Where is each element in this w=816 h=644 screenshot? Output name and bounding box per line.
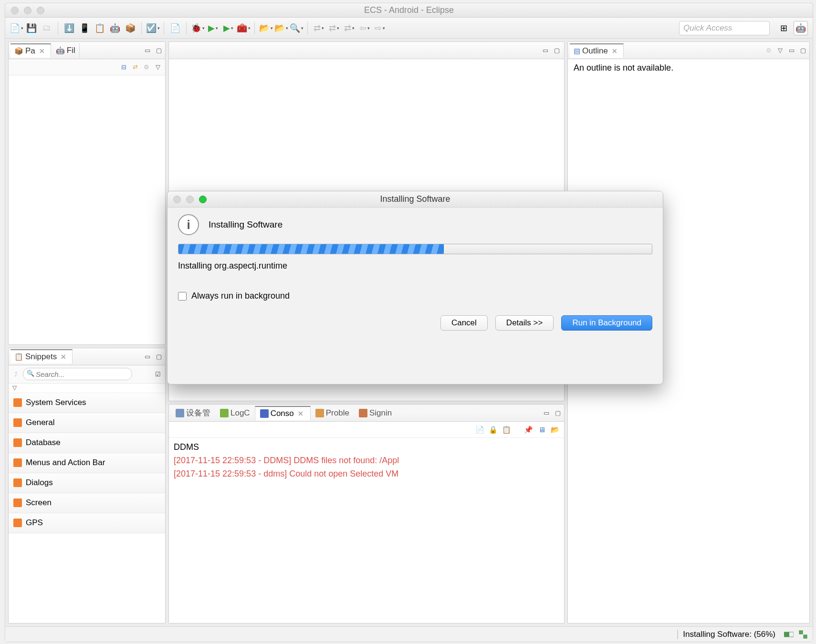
folder-icon [13, 458, 22, 467]
tab-close-icon[interactable]: ✕ [296, 410, 305, 417]
cancel-button[interactable]: Cancel [440, 315, 488, 331]
external-tools-icon[interactable]: 🧰 [237, 22, 250, 34]
tab-problems[interactable]: Proble [311, 406, 354, 420]
android-icon[interactable]: 🤖 [109, 22, 121, 34]
pin-icon[interactable]: 📌 [523, 425, 534, 435]
snippet-category[interactable]: Database [9, 433, 165, 453]
link-icon[interactable]: ⇄ [131, 63, 139, 72]
dialog-titlebar: Installing Software [167, 191, 663, 208]
open-type-icon[interactable]: 📂 [260, 22, 272, 34]
checkbox-input[interactable] [178, 292, 187, 301]
sdk-manager-icon[interactable]: ⬇️ [63, 22, 75, 34]
back-icon[interactable]: ⇦ [358, 22, 371, 34]
lock-icon[interactable]: 🔒 [488, 425, 498, 435]
maximize-icon[interactable]: ▢ [799, 46, 807, 55]
progress-bar-icon[interactable] [784, 630, 794, 639]
new-package-icon[interactable]: 📄 [169, 22, 181, 34]
tab-close-icon[interactable]: ✕ [37, 47, 47, 55]
tab-logcat[interactable]: LogC [215, 406, 255, 420]
tab-close-icon[interactable]: ✕ [59, 353, 68, 361]
progress-fill [178, 244, 444, 254]
check-icon[interactable]: ☑ [154, 370, 162, 378]
console-body[interactable]: DDMS [2017-11-15 22:59:53 - DDMS] DDMS f… [169, 438, 564, 623]
maximize-icon[interactable]: ▢ [155, 46, 163, 55]
tab-package-explorer[interactable]: 📦 Pa ✕ [10, 43, 51, 58]
pane-controls: ▭ ▢ [143, 46, 163, 55]
details-button[interactable]: Details >> [495, 315, 554, 331]
package-explorer-body [9, 75, 165, 344]
forward-icon[interactable]: ⇨ [374, 22, 386, 34]
snippet-category[interactable]: General [9, 413, 165, 433]
android-project-icon[interactable]: 📦 [124, 22, 136, 34]
chevron-down-icon[interactable]: ▽ [9, 384, 165, 393]
run-last-icon[interactable]: ▶ [222, 22, 234, 34]
separator [141, 22, 142, 34]
tab-close-icon[interactable]: ✕ [610, 47, 619, 55]
new-console-icon[interactable]: 📂 [550, 425, 560, 435]
minimize-icon[interactable]: ▭ [541, 46, 550, 55]
view-menu-icon[interactable]: ▽ [154, 63, 162, 72]
tab-snippets[interactable]: 📋 Snippets ✕ [10, 349, 73, 364]
quick-access-input[interactable]: Quick Access [679, 21, 770, 35]
snippet-category[interactable]: Menus and Action Bar [9, 453, 165, 473]
open-task-icon[interactable]: 📂 [275, 22, 287, 34]
snippets-search-input[interactable] [23, 368, 132, 380]
run-in-background-button[interactable]: Run in Background [561, 315, 652, 331]
maximize-icon[interactable]: ▢ [554, 409, 562, 417]
snippet-category[interactable]: Dialogs [9, 473, 165, 493]
new-icon[interactable]: 📄 [10, 22, 22, 34]
nav-icon2[interactable]: ⇄ [328, 22, 340, 34]
search-icon[interactable]: 🔍 [290, 22, 303, 34]
maximize-icon[interactable]: ▢ [155, 352, 163, 361]
avd-manager-icon[interactable]: 📱 [78, 22, 91, 34]
save-all-icon[interactable]: 🗂 [41, 22, 53, 34]
tab-devices[interactable]: 设备管 [171, 406, 215, 420]
collapse-icon[interactable]: ⊟ [119, 63, 128, 72]
tab-file-explorer[interactable]: 🤖 Fil [52, 43, 80, 58]
nav-icon[interactable]: ⇄ [313, 22, 325, 34]
wrap-icon[interactable]: 📋 [501, 425, 512, 435]
save-icon[interactable]: 💾 [25, 22, 38, 34]
tab-signin[interactable]: Signin [354, 406, 397, 420]
folder-icon [13, 418, 22, 427]
debug-icon[interactable]: 🐞 [191, 22, 204, 34]
dialog-body: i Installing Software Installing org.asp… [167, 208, 663, 384]
export-icon[interactable]: ⤴ [11, 370, 20, 378]
minimize-icon[interactable]: ▭ [143, 46, 152, 55]
android-perspective-icon[interactable]: 🤖 [794, 21, 808, 35]
view-menu-icon[interactable]: ▽ [776, 46, 785, 55]
snippet-label: Database [26, 438, 61, 447]
tab-console[interactable]: Conso✕ [255, 406, 311, 420]
snippet-category[interactable]: Screen [9, 493, 165, 513]
display-icon[interactable]: 🖥 [536, 425, 547, 435]
status-text: Installing Software: (56%) [683, 630, 779, 639]
package-icon: 📦 [14, 47, 23, 55]
tab-label: Conso [271, 409, 294, 418]
tab-outline[interactable]: ▤ Outline ✕ [570, 43, 624, 58]
svg-rect-3 [804, 635, 807, 638]
minimize-icon[interactable]: ▭ [787, 46, 796, 55]
tab-label: Signin [369, 408, 392, 418]
filter-icon[interactable]: ⚙ [764, 46, 773, 55]
maximize-icon[interactable]: ▢ [553, 46, 561, 55]
tasks-icon[interactable] [798, 630, 808, 639]
dialog-title: Installing Software [167, 194, 663, 204]
separator [186, 22, 187, 34]
console-pane: 设备管 LogC Conso✕ Proble Signin ▭ ▢ 📄 🔒 📋 … [168, 404, 565, 623]
minimize-icon[interactable]: ▭ [143, 352, 152, 361]
snippet-category[interactable]: System Services [9, 393, 165, 413]
tab-label: Pa [25, 46, 35, 56]
folder-icon [13, 398, 22, 407]
minimize-icon[interactable]: ▭ [542, 409, 551, 417]
lint-icon[interactable]: 📋 [94, 22, 106, 34]
snippet-label: General [26, 418, 54, 427]
filter-icon[interactable]: ⚙ [142, 63, 151, 72]
open-perspective-icon[interactable]: ⊞ [776, 21, 791, 35]
nav-icon3[interactable]: ⇄ [343, 22, 356, 34]
snippet-category[interactable]: GPS [9, 513, 165, 533]
checkbox-icon[interactable]: ☑️ [146, 22, 159, 34]
clear-icon[interactable]: 📄 [474, 425, 485, 435]
folder-icon [13, 438, 22, 447]
always-background-checkbox[interactable]: Always run in background [178, 291, 652, 301]
run-icon[interactable]: ▶ [207, 22, 219, 34]
